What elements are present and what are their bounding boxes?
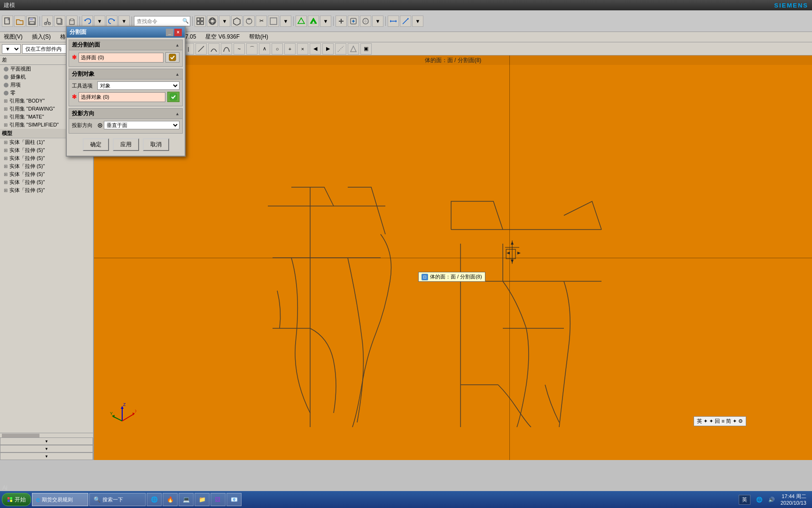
section-collapse-arrow2[interactable]: ▲ <box>175 72 180 77</box>
save-btn[interactable] <box>26 16 38 27</box>
curve-tb5[interactable] <box>221 43 232 55</box>
view-btn[interactable] <box>207 16 218 27</box>
search-input[interactable] <box>135 16 182 26</box>
curve-tb12[interactable]: ◀ <box>310 43 321 55</box>
select-face-field[interactable]: 选择面 (0) <box>78 53 164 63</box>
dialog-minimize-btn[interactable]: _ <box>166 29 173 36</box>
select-obj-field[interactable]: 选择对象 (0) <box>78 92 165 102</box>
search-box[interactable]: 🔍 <box>134 16 190 26</box>
menu-insert[interactable]: 插入(S) <box>30 32 53 41</box>
filter-dropdown[interactable]: ▼ <box>2 44 21 54</box>
curve-tb4[interactable] <box>208 43 219 55</box>
start-button[interactable]: 开始 <box>2 493 31 506</box>
tb10-dd[interactable]: ▼ <box>372 16 383 27</box>
search-icon[interactable]: 🔍 <box>182 18 189 24</box>
dialog-cancel-btn[interactable]: 取消 <box>143 138 169 151</box>
sidebar-label-solid-ext2: 实体「拉伸 (5)" <box>9 155 45 162</box>
curve-tb15[interactable] <box>348 43 359 55</box>
new-btn[interactable] <box>2 16 13 27</box>
copy-btn[interactable] <box>54 16 65 27</box>
sidebar-arrow-down1[interactable]: ▼ <box>0 437 93 445</box>
sidebar-item-solid-ext6[interactable]: ⊞ 实体「拉伸 (5)" <box>0 186 93 194</box>
select-obj-btn[interactable] <box>167 92 180 102</box>
curve-tb14[interactable] <box>335 43 346 55</box>
redo-dropdown[interactable]: ▼ <box>118 16 130 27</box>
sidebar-label-flat-view: 平面视图 <box>10 65 31 72</box>
section-collapse-arrow1[interactable]: ▲ <box>175 43 180 48</box>
undo-btn[interactable] <box>82 16 93 27</box>
svg-marker-13 <box>84 20 86 21</box>
tb8[interactable] <box>336 16 347 27</box>
curve-tb3[interactable] <box>195 43 207 55</box>
tb12-dd[interactable]: ▼ <box>412 16 423 27</box>
dialog-section-divobj-header[interactable]: 分割对象 ▲ <box>69 69 182 79</box>
sidebar-hscroll[interactable] <box>0 433 93 437</box>
svg-rect-10 <box>57 18 61 24</box>
tb5-dd[interactable]: ▼ <box>280 16 291 27</box>
tray-network[interactable]: 🌐 <box>754 496 765 504</box>
curve-tb9[interactable]: ○ <box>272 43 283 55</box>
taskbar-item7[interactable]: 🖼 <box>211 493 226 506</box>
tb6[interactable] <box>296 16 307 27</box>
rotate-btn[interactable] <box>243 16 255 27</box>
tool-option-select[interactable]: 对象 <box>97 81 180 90</box>
taskbar-item5[interactable]: 💻 <box>179 493 194 506</box>
ime-indicator[interactable]: 英 <box>739 495 750 505</box>
tb11[interactable] <box>388 16 399 27</box>
sidebar-arrow-down3[interactable]: ▼ <box>0 452 93 460</box>
curve-tb13[interactable]: ▶ <box>322 43 334 55</box>
taskbar-item8[interactable]: 📧 <box>226 493 242 506</box>
sep3 <box>132 16 132 26</box>
taskbar-item3[interactable]: 🌐 <box>147 493 162 506</box>
taskbar-ie[interactable]: e 期货交易规则 <box>32 493 88 506</box>
cube-view-btn[interactable] <box>231 16 242 27</box>
undo-dropdown[interactable]: ▼ <box>94 16 105 27</box>
sidebar-item-solid-ext4[interactable]: ⊞ 实体「拉伸 (5)" <box>0 170 93 178</box>
tray-volume[interactable]: 🔊 <box>766 496 777 504</box>
section-collapse-arrow3[interactable]: ▲ <box>175 111 180 116</box>
redo-btn[interactable] <box>106 16 117 27</box>
view-dropdown[interactable]: ▼ <box>219 16 230 27</box>
open-btn[interactable] <box>14 16 25 27</box>
tray-ime[interactable]: 英 <box>737 494 752 506</box>
menu-star[interactable]: 星空 V6.936F <box>203 32 242 41</box>
tb5[interactable] <box>268 16 279 27</box>
taskbar-search-label: 搜索一下 <box>102 496 123 503</box>
dialog-apply-btn[interactable]: 应用 <box>113 138 139 151</box>
sidebar-item-solid-ext3[interactable]: ⊞ 实体「拉伸 (5)" <box>0 162 93 170</box>
sidebar-arrow-down2[interactable]: ▼ <box>0 445 93 452</box>
menu-help[interactable]: 帮助(H) <box>247 32 270 41</box>
tray-time[interactable]: 17:44 周二 2020/10/13 <box>779 492 808 508</box>
select-face-btn[interactable] <box>165 52 180 63</box>
scissors-btn[interactable]: ✂ <box>256 16 267 27</box>
proj-dir-select[interactable]: 垂直于面 <box>104 121 180 129</box>
tb12[interactable] <box>400 16 411 27</box>
taskbar-search[interactable]: 🔍 搜索一下 <box>89 493 146 506</box>
start-label: 开始 <box>15 496 26 504</box>
sidebar-hscroll-thumb[interactable] <box>2 434 39 437</box>
viewport-tooltip: ⊡ 体的面：面 / 分割面(8) <box>418 272 485 282</box>
dialog: 分割面 _ × 差分割的面 ▲ ✻ 选择面 (0) <box>66 26 186 157</box>
tb7-dd[interactable]: ▼ <box>320 16 331 27</box>
dialog-close-btn[interactable]: × <box>174 29 182 36</box>
dialog-ok-btn[interactable]: 确定 <box>83 138 109 151</box>
taskbar-item4[interactable]: 🔥 <box>163 493 178 506</box>
viewport[interactable]: 体的面：面 / 分割面(8) <box>94 56 812 460</box>
curve-tb6[interactable]: ~ <box>234 43 245 55</box>
cut-btn[interactable] <box>42 16 53 27</box>
menu-view[interactable]: 视图(V) <box>2 32 24 41</box>
curve-tb16[interactable]: ▣ <box>360 43 372 55</box>
tb9[interactable] <box>348 16 359 27</box>
taskbar-item6[interactable]: 📁 <box>195 493 210 506</box>
curve-tb10[interactable]: + <box>284 43 296 55</box>
paste-btn[interactable] <box>66 16 78 27</box>
tb7[interactable] <box>308 16 319 27</box>
dialog-section-proj-header[interactable]: 投影方向 ▲ <box>69 109 182 119</box>
view-grid-btn[interactable] <box>195 16 206 27</box>
curve-tb8[interactable]: ∧ <box>259 43 270 55</box>
dialog-section-split-face-header[interactable]: 差分割的面 ▲ <box>69 40 182 50</box>
sidebar-item-solid-ext5[interactable]: ⊞ 实体「拉伸 (5)" <box>0 178 93 186</box>
curve-tb11[interactable]: × <box>297 43 308 55</box>
tb10[interactable] <box>360 16 371 27</box>
curve-tb7[interactable]: ⌒ <box>246 43 258 55</box>
